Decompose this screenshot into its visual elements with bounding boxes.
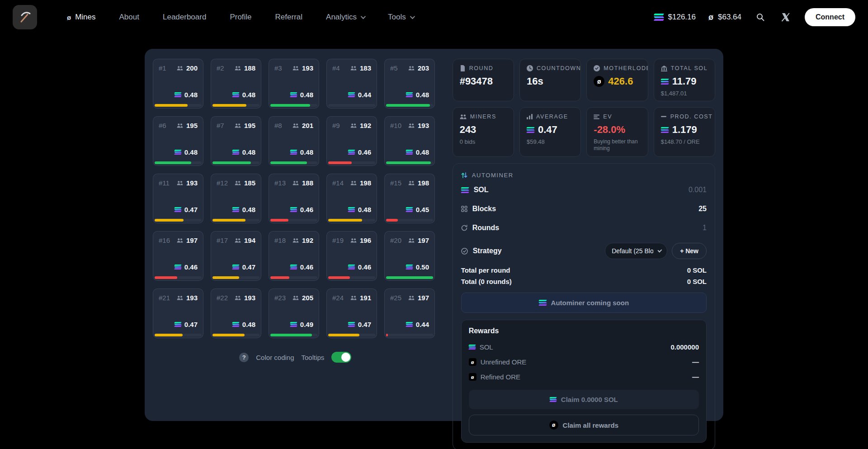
document-icon	[460, 65, 466, 71]
mine-cell[interactable]: #6 195 0.48	[153, 116, 203, 166]
strategy-dropdown[interactable]: Default (25 Blocks, ev	[605, 243, 667, 259]
mine-cell[interactable]: #8 201 0.48	[269, 116, 319, 166]
mine-cell[interactable]: #7 195 0.48	[211, 116, 261, 166]
nav-link-referral[interactable]: Referral	[275, 13, 302, 22]
autominer-rounds-input[interactable]: 1	[703, 224, 707, 232]
total-per-round-row: Total per round 0 SOL	[461, 265, 707, 276]
autominer-strategy-label: Strategy	[473, 247, 502, 255]
stats-section: ROUND #93478 COUNTDOWN 16s M	[453, 59, 715, 411]
mine-cell[interactable]: #20 197 0.50	[384, 231, 435, 281]
help-icon[interactable]: ?	[239, 353, 249, 362]
autominer-coming-soon-button[interactable]: Autominer coming soon	[461, 293, 707, 313]
mine-id: #20	[390, 236, 401, 244]
mine-id: #12	[217, 179, 228, 187]
connect-wallet-button[interactable]: Connect	[805, 8, 855, 26]
mine-sol-value: 0.46	[358, 263, 371, 271]
app-logo[interactable]	[13, 5, 37, 29]
mine-cell[interactable]: #13 188 0.46	[269, 174, 319, 223]
miner-count: 201	[302, 122, 313, 129]
mine-sol-value: 0.50	[416, 263, 429, 271]
stat-card-countdown: COUNTDOWN 16s	[519, 59, 581, 101]
mine-cell[interactable]: #25 197 0.44	[384, 288, 435, 338]
mine-progress-bar	[386, 104, 430, 107]
mine-sol-value: 0.46	[358, 148, 371, 156]
nav-link-leaderboard[interactable]: Leaderboard	[163, 13, 206, 22]
autominer-blocks-input[interactable]: 25	[698, 205, 707, 213]
claim-all-rewards-button[interactable]: ø Claim all rewards	[469, 415, 699, 435]
claim-sol-button[interactable]: Claim 0.0000 SOL	[469, 390, 699, 409]
tooltips-label: Tooltips	[302, 354, 325, 361]
mine-progress-bar	[328, 219, 362, 222]
rewards-refined-row: ø Refined ORE —	[469, 369, 699, 384]
users-icon	[460, 114, 467, 119]
nav-link-tools[interactable]: Tools	[388, 13, 414, 22]
stats-grid: ROUND #93478 COUNTDOWN 16s M	[453, 59, 715, 157]
rewards-card: Rewards SOL 0.000000 ø Unrefined ORE —	[461, 320, 707, 443]
mine-cell[interactable]: #4 183 0.44	[326, 59, 377, 109]
mine-cell[interactable]: #5 203 0.48	[384, 59, 435, 109]
mine-progress-bar	[212, 334, 245, 336]
solana-icon	[348, 92, 355, 97]
average-value: 0.47	[538, 124, 557, 136]
mine-progress-track	[155, 104, 202, 107]
mine-progress-bar	[386, 334, 388, 336]
autominer-panel: AUTOMINER SOL 0.001 Blocks 25	[453, 163, 715, 449]
mine-id: #22	[217, 294, 228, 302]
mine-cell[interactable]: #18 192 0.46	[269, 231, 319, 281]
mine-cell[interactable]: #11 193 0.47	[153, 174, 203, 223]
mine-cell[interactable]: #22 193 0.48	[211, 288, 261, 338]
miner-count: 195	[244, 122, 255, 129]
mine-cell[interactable]: #19 196 0.46	[326, 231, 377, 281]
nav-link-analytics[interactable]: Analytics	[326, 13, 364, 22]
ore-badge-icon: ø	[469, 358, 476, 366]
solana-icon	[175, 207, 181, 212]
mine-cell[interactable]: #2 188 0.48	[211, 59, 261, 109]
mine-cell[interactable]: #24 191 0.47	[326, 288, 377, 338]
mine-cell[interactable]: #10 193 0.48	[384, 116, 435, 166]
mine-cell[interactable]: #1 200 0.48	[153, 59, 203, 109]
mine-cell[interactable]: #14 198 0.48	[326, 174, 377, 223]
chevron-down-icon	[361, 14, 366, 19]
grid-footer: ? Color coding Tooltips	[153, 352, 438, 363]
x-social-button[interactable]	[779, 11, 792, 24]
solana-icon	[406, 322, 413, 327]
mine-cell[interactable]: #9 192 0.46	[326, 116, 377, 166]
mine-progress-bar	[328, 161, 352, 164]
mine-cell[interactable]: #3 193 0.48	[269, 59, 319, 109]
mine-progress-track	[386, 334, 433, 336]
mine-progress-track	[386, 276, 433, 279]
nav-link-profile[interactable]: Profile	[230, 13, 251, 22]
mine-cell[interactable]: #21 193 0.47	[153, 288, 203, 338]
search-button[interactable]	[754, 11, 767, 24]
ore-price-value: $63.64	[718, 13, 741, 22]
mine-id: #17	[217, 236, 228, 244]
new-strategy-button[interactable]: + New	[672, 243, 707, 259]
mine-sol-value: 0.48	[358, 206, 371, 213]
mine-sol-value: 0.47	[358, 321, 371, 328]
mine-sol-value: 0.44	[416, 321, 429, 328]
mine-progress-bar	[270, 334, 312, 336]
users-icon	[408, 296, 415, 300]
mine-cell[interactable]: #12 185 0.48	[211, 174, 261, 223]
nav-link-about[interactable]: About	[119, 13, 139, 22]
rewards-sol-value: 0.000000	[670, 343, 699, 351]
mine-cell[interactable]: #17 194 0.47	[211, 231, 261, 281]
mine-cell[interactable]: #15 198 0.45	[384, 174, 435, 223]
autominer-sol-input[interactable]: 0.001	[689, 186, 707, 194]
total-sol-label: TOTAL SOL	[671, 65, 708, 71]
rounds-refresh-icon	[461, 225, 467, 231]
mine-id: #18	[274, 236, 286, 244]
nav-link-label: Mines	[75, 13, 95, 22]
solana-icon	[232, 207, 239, 212]
nav-link-mines[interactable]: ø Mines	[67, 13, 96, 22]
mine-progress-bar	[386, 276, 433, 279]
mine-cell[interactable]: #23 205 0.49	[269, 288, 319, 338]
mine-cell[interactable]: #16 197 0.46	[153, 231, 203, 281]
unrefined-ore-value: —	[692, 358, 699, 366]
mine-id: #23	[274, 294, 286, 302]
claim-sol-label: Claim 0.0000 SOL	[561, 396, 618, 403]
tooltips-toggle[interactable]	[331, 352, 351, 363]
autominer-sol-row: SOL 0.001	[461, 180, 707, 199]
miner-count: 197	[418, 236, 429, 244]
users-icon	[350, 238, 357, 243]
